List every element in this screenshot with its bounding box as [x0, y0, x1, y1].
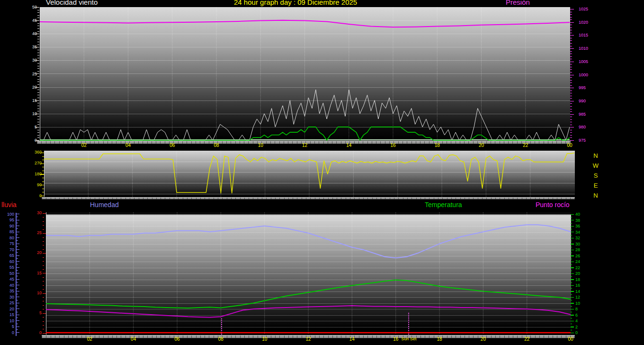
- rain-axis-tick-label: 30: [30, 210, 42, 215]
- wind-speed-title: Velocidad viento: [46, 0, 98, 6]
- hour-label-top: 04: [119, 143, 138, 148]
- temperature-axis-tick-label: 20: [575, 271, 586, 276]
- rain-axis-tick-label: 20: [30, 250, 42, 255]
- humidity-axis-tick-label: 5: [3, 324, 14, 329]
- wind-axis-tick-label: 0: [26, 138, 37, 143]
- hour-label-top: 20: [472, 143, 491, 148]
- rain-axis-tick-label: 0: [30, 330, 42, 335]
- temperature-axis-tick-label: 12: [575, 295, 586, 300]
- wind-axis-tick-label: 50: [26, 5, 37, 9]
- wind-axis-tick-label: 10: [26, 111, 37, 116]
- temperature-axis-tick-label: 4: [575, 318, 586, 323]
- weather-24h-graph-screen: Velocidad viento 24 hour graph day : 09 …: [0, 0, 644, 345]
- pressure-axis-tick-label: 1000: [579, 73, 593, 77]
- direction-axis-tick-label: 270: [29, 161, 42, 165]
- humidity-axis-tick-label: 50: [3, 271, 14, 276]
- hour-label-top: 08: [207, 143, 226, 148]
- humidity-axis-tick-label: 75: [3, 241, 14, 246]
- temperature-axis-tick-label: 36: [575, 224, 586, 228]
- rain-label: lluvia: [1, 201, 17, 209]
- rain-axis-tick-label: 25: [30, 230, 42, 235]
- hour-label-top: 18: [428, 143, 447, 148]
- hour-label-top: 22: [516, 143, 535, 148]
- temperature-axis-tick-label: 18: [575, 277, 586, 282]
- humidity-axis-tick-label: 40: [3, 283, 14, 288]
- compass-letter: E: [592, 182, 599, 189]
- direction-axis-tick-label: 360: [29, 150, 42, 154]
- pressure-axis-tick-label: 975: [579, 138, 593, 143]
- page-title: 24 hour graph day : 09 Diciembre 2025: [234, 0, 357, 6]
- pressure-axis-tick-label: 990: [579, 99, 593, 103]
- temperature-axis-tick-label: 0: [575, 330, 586, 335]
- temperature-axis-tick-label: 24: [575, 259, 586, 264]
- humidity-axis-tick-label: 30: [3, 295, 14, 300]
- hour-label-top: 14: [340, 143, 358, 148]
- hour-label-top: 16: [384, 143, 402, 148]
- temperature-axis-tick-label: 26: [575, 254, 586, 258]
- temperature-axis-tick-label: 10: [575, 301, 586, 306]
- compass-letter: N: [592, 152, 599, 159]
- wind-axis-tick-label: 15: [26, 98, 37, 103]
- temperature-axis-major-ticks: [571, 214, 574, 334]
- humidity-axis-tick-label: 35: [3, 289, 14, 293]
- wind-pressure-plot: [40, 7, 570, 140]
- humidity-axis-tick-label: 10: [3, 318, 14, 323]
- humidity-axis-tick-label: 60: [3, 259, 14, 264]
- humidity-axis-tick-label: 90: [3, 224, 14, 228]
- wind-axis-tick-label: 25: [26, 72, 37, 76]
- rain-axis-tick-label: 10: [30, 291, 42, 295]
- hour-label-bottom: 14: [342, 336, 361, 342]
- temperature-axis-tick-label: 34: [575, 230, 586, 235]
- hour-label-top: 02: [74, 143, 93, 148]
- temperature-label: Temperatura: [425, 201, 462, 209]
- humidity-axis-tick-label: 55: [3, 265, 14, 270]
- rain-axis-tick-label: 5: [30, 310, 42, 315]
- humidity-axis-tick-label: 70: [3, 247, 14, 252]
- humidity-axis-tick-label: 0: [3, 330, 14, 335]
- sunset-marker: [408, 313, 409, 335]
- humidity-axis-tick-label: 20: [3, 307, 14, 311]
- rain-axis-tick-label: 15: [30, 271, 42, 275]
- hour-label-bottom: 02: [80, 336, 99, 342]
- pressure-axis-tick-label: 1015: [579, 33, 593, 37]
- pressure-axis-major-ticks: [570, 9, 574, 141]
- wind-axis-tick-label: 5: [26, 125, 37, 129]
- pressure-axis-tick-label: 980: [579, 125, 593, 129]
- humidity-axis-major-ticks: [17, 214, 19, 334]
- hour-label-top: 06: [163, 143, 182, 148]
- pressure-axis-tick-label: 985: [579, 112, 593, 117]
- pressure-axis-tick-label: 995: [579, 85, 593, 90]
- humidity-axis-tick-label: 80: [3, 236, 14, 240]
- x-axis-bar-middle: [42, 197, 575, 200]
- wind-zero-baseline: [40, 139, 570, 140]
- hour-label-bottom: 08: [211, 336, 230, 342]
- hour-label-bottom: 10: [255, 336, 274, 342]
- direction-axis-tick-label: 90: [29, 182, 42, 187]
- wind-axis-tick-label: 45: [26, 18, 37, 23]
- temperature-axis-tick-label: 6: [575, 313, 586, 318]
- temperature-axis-tick-label: 28: [575, 247, 586, 252]
- hour-label-bottom: 00: [561, 336, 580, 342]
- humidity-axis-tick-label: 100: [3, 212, 14, 217]
- wind-axis-tick-label: 30: [26, 58, 37, 63]
- humidity-label: Humedad: [90, 201, 119, 209]
- temperature-axis-tick-label: 40: [575, 212, 586, 217]
- temperature-axis-tick-label: 14: [575, 289, 586, 294]
- hour-label-top: 00: [560, 143, 579, 148]
- pressure-axis-tick-label: 1010: [579, 46, 593, 51]
- hour-label-bottom: 06: [168, 336, 187, 342]
- humidity-axis-tick-label: 65: [3, 253, 14, 258]
- hour-label-bottom: 12: [299, 336, 318, 342]
- wind-axis-tick-label: 20: [26, 85, 37, 90]
- sun-set-label: Sun Set: [399, 336, 418, 342]
- sunrise-marker: [221, 318, 222, 335]
- pressure-title: Presión: [506, 0, 530, 6]
- compass-letter: S: [592, 172, 599, 179]
- temperature-axis-tick-label: 2: [575, 325, 586, 329]
- rain-axis-major-ticks: [43, 213, 46, 334]
- hour-label-bottom: 22: [518, 336, 537, 342]
- humidity-axis-tick-label: 85: [3, 229, 14, 234]
- pressure-axis-tick-label: 1025: [579, 7, 593, 11]
- compass-letter: W: [592, 162, 599, 169]
- compass-letter: N: [592, 192, 599, 199]
